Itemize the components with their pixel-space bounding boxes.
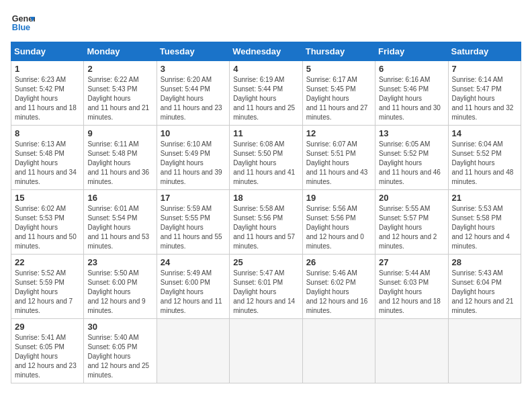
calendar-cell: 4Sunrise: 6:19 AMSunset: 5:44 PMDaylight…: [230, 61, 302, 126]
weekday-monday: Monday: [84, 42, 157, 61]
calendar-cell: 12Sunrise: 6:07 AMSunset: 5:51 PMDayligh…: [302, 126, 375, 190]
day-number: 10: [161, 128, 226, 138]
day-number: 18: [233, 193, 298, 203]
page-header: General Blue: [11, 11, 521, 35]
calendar-cell: 17Sunrise: 5:59 AMSunset: 5:55 PMDayligh…: [157, 190, 229, 255]
day-info: Sunrise: 6:07 AMSunset: 5:51 PMDaylight …: [306, 140, 368, 185]
svg-text:Blue: Blue: [12, 23, 30, 32]
calendar-cell: 11Sunrise: 6:08 AMSunset: 5:50 PMDayligh…: [230, 126, 302, 190]
calendar-week-3: 15Sunrise: 6:02 AMSunset: 5:53 PMDayligh…: [11, 190, 521, 255]
calendar-cell: 22Sunrise: 5:52 AMSunset: 5:59 PMDayligh…: [11, 255, 84, 319]
day-info: Sunrise: 6:04 AMSunset: 5:52 PMDaylight …: [452, 140, 514, 185]
calendar-cell: 15Sunrise: 6:02 AMSunset: 5:53 PMDayligh…: [11, 190, 84, 255]
calendar-cell: 9Sunrise: 6:11 AMSunset: 5:48 PMDaylight…: [84, 126, 157, 190]
day-number: 1: [15, 64, 80, 74]
day-info: Sunrise: 5:49 AMSunset: 6:00 PMDaylight …: [161, 269, 222, 314]
calendar-cell: 14Sunrise: 6:04 AMSunset: 5:52 PMDayligh…: [448, 126, 521, 190]
calendar-table: SundayMondayTuesdayWednesdayThursdayFrid…: [11, 42, 521, 383]
day-info: Sunrise: 6:23 AMSunset: 5:42 PMDaylight …: [15, 76, 77, 121]
day-number: 17: [161, 193, 226, 203]
calendar-cell: 26Sunrise: 5:46 AMSunset: 6:02 PMDayligh…: [302, 255, 375, 319]
day-number: 14: [452, 128, 517, 138]
day-number: 7: [452, 64, 517, 74]
calendar-cell: 30Sunrise: 5:40 AMSunset: 6:05 PMDayligh…: [84, 319, 157, 383]
calendar-cell: 23Sunrise: 5:50 AMSunset: 6:00 PMDayligh…: [84, 255, 157, 319]
day-number: 2: [87, 64, 152, 74]
day-number: 21: [452, 193, 517, 203]
calendar-cell: 13Sunrise: 6:05 AMSunset: 5:52 PMDayligh…: [375, 126, 448, 190]
calendar-cell: 27Sunrise: 5:44 AMSunset: 6:03 PMDayligh…: [375, 255, 448, 319]
day-info: Sunrise: 5:52 AMSunset: 5:59 PMDaylight …: [15, 269, 73, 314]
weekday-thursday: Thursday: [302, 42, 375, 61]
weekday-saturday: Saturday: [448, 42, 521, 61]
calendar-week-2: 8Sunrise: 6:13 AMSunset: 5:48 PMDaylight…: [11, 126, 521, 190]
calendar-cell: 8Sunrise: 6:13 AMSunset: 5:48 PMDaylight…: [11, 126, 84, 190]
day-number: 15: [15, 193, 80, 203]
calendar-week-4: 22Sunrise: 5:52 AMSunset: 5:59 PMDayligh…: [11, 255, 521, 319]
day-number: 30: [87, 322, 152, 332]
weekday-friday: Friday: [375, 42, 448, 61]
calendar-cell: [375, 319, 448, 383]
calendar-cell: 29Sunrise: 5:41 AMSunset: 6:05 PMDayligh…: [11, 319, 84, 383]
day-number: 6: [379, 64, 444, 74]
day-info: Sunrise: 6:01 AMSunset: 5:54 PMDaylight …: [87, 205, 149, 250]
day-info: Sunrise: 6:22 AMSunset: 5:43 PMDaylight …: [87, 76, 149, 121]
logo: General Blue: [11, 11, 35, 35]
day-info: Sunrise: 6:16 AMSunset: 5:46 PMDaylight …: [379, 76, 441, 121]
day-info: Sunrise: 5:58 AMSunset: 5:56 PMDaylight …: [233, 205, 295, 250]
day-info: Sunrise: 5:59 AMSunset: 5:55 PMDaylight …: [161, 205, 222, 250]
logo-icon: General Blue: [11, 11, 35, 35]
calendar-cell: 1Sunrise: 6:23 AMSunset: 5:42 PMDaylight…: [11, 61, 84, 126]
calendar-cell: 7Sunrise: 6:14 AMSunset: 5:47 PMDaylight…: [448, 61, 521, 126]
calendar-cell: 5Sunrise: 6:17 AMSunset: 5:45 PMDaylight…: [302, 61, 375, 126]
day-number: 25: [233, 257, 298, 267]
day-number: 5: [306, 64, 371, 74]
day-info: Sunrise: 5:40 AMSunset: 6:05 PMDaylight …: [87, 334, 149, 379]
day-number: 19: [306, 193, 371, 203]
day-number: 4: [233, 64, 298, 74]
calendar-cell: [302, 319, 375, 383]
day-number: 27: [379, 257, 444, 267]
day-number: 11: [233, 128, 298, 138]
calendar-cell: 16Sunrise: 6:01 AMSunset: 5:54 PMDayligh…: [84, 190, 157, 255]
day-info: Sunrise: 5:44 AMSunset: 6:03 PMDaylight …: [379, 269, 441, 314]
day-info: Sunrise: 6:05 AMSunset: 5:52 PMDaylight …: [379, 140, 441, 185]
day-number: 22: [15, 257, 80, 267]
day-info: Sunrise: 6:13 AMSunset: 5:48 PMDaylight …: [15, 140, 77, 185]
day-number: 28: [452, 257, 517, 267]
day-info: Sunrise: 5:41 AMSunset: 6:05 PMDaylight …: [15, 334, 77, 379]
calendar-cell: 6Sunrise: 6:16 AMSunset: 5:46 PMDaylight…: [375, 61, 448, 126]
calendar-cell: 10Sunrise: 6:10 AMSunset: 5:49 PMDayligh…: [157, 126, 229, 190]
day-info: Sunrise: 5:46 AMSunset: 6:02 PMDaylight …: [306, 269, 368, 314]
calendar-cell: 28Sunrise: 5:43 AMSunset: 6:04 PMDayligh…: [448, 255, 521, 319]
calendar-week-1: 1Sunrise: 6:23 AMSunset: 5:42 PMDaylight…: [11, 61, 521, 126]
weekday-tuesday: Tuesday: [157, 42, 229, 61]
day-info: Sunrise: 6:02 AMSunset: 5:53 PMDaylight …: [15, 205, 77, 250]
calendar-cell: [230, 319, 302, 383]
calendar-body: 1Sunrise: 6:23 AMSunset: 5:42 PMDaylight…: [11, 61, 521, 383]
calendar-cell: 20Sunrise: 5:55 AMSunset: 5:57 PMDayligh…: [375, 190, 448, 255]
calendar-cell: 21Sunrise: 5:53 AMSunset: 5:58 PMDayligh…: [448, 190, 521, 255]
day-number: 26: [306, 257, 371, 267]
day-number: 9: [87, 128, 152, 138]
day-number: 3: [161, 64, 226, 74]
weekday-sunday: Sunday: [11, 42, 84, 61]
calendar-cell: 3Sunrise: 6:20 AMSunset: 5:44 PMDaylight…: [157, 61, 229, 126]
day-number: 20: [379, 193, 444, 203]
day-info: Sunrise: 5:50 AMSunset: 6:00 PMDaylight …: [87, 269, 145, 314]
day-number: 29: [15, 322, 80, 332]
day-number: 23: [87, 257, 152, 267]
day-info: Sunrise: 5:56 AMSunset: 5:56 PMDaylight …: [306, 205, 364, 250]
day-info: Sunrise: 5:53 AMSunset: 5:58 PMDaylight …: [452, 205, 510, 250]
day-info: Sunrise: 6:11 AMSunset: 5:48 PMDaylight …: [87, 140, 149, 185]
day-info: Sunrise: 6:10 AMSunset: 5:49 PMDaylight …: [161, 140, 222, 185]
calendar-cell: [448, 319, 521, 383]
day-number: 12: [306, 128, 371, 138]
day-number: 8: [15, 128, 80, 138]
calendar-week-5: 29Sunrise: 5:41 AMSunset: 6:05 PMDayligh…: [11, 319, 521, 383]
calendar-cell: 24Sunrise: 5:49 AMSunset: 6:00 PMDayligh…: [157, 255, 229, 319]
day-info: Sunrise: 5:43 AMSunset: 6:04 PMDaylight …: [452, 269, 514, 314]
calendar-cell: 2Sunrise: 6:22 AMSunset: 5:43 PMDaylight…: [84, 61, 157, 126]
calendar-cell: 19Sunrise: 5:56 AMSunset: 5:56 PMDayligh…: [302, 190, 375, 255]
day-info: Sunrise: 6:19 AMSunset: 5:44 PMDaylight …: [233, 76, 295, 121]
